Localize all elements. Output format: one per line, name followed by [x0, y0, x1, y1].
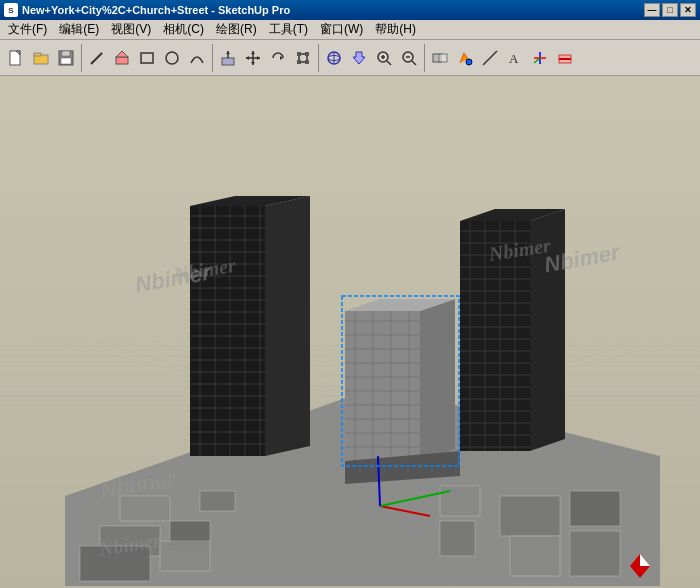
- maximize-button[interactable]: □: [662, 3, 678, 17]
- svg-marker-16: [226, 51, 230, 54]
- svg-rect-26: [305, 60, 309, 64]
- svg-rect-14: [222, 58, 234, 65]
- paint-tool[interactable]: [453, 46, 477, 70]
- scale-tool[interactable]: [291, 46, 315, 70]
- svg-line-35: [412, 61, 416, 65]
- axes-tool[interactable]: [528, 46, 552, 70]
- close-button[interactable]: ✕: [680, 3, 696, 17]
- separator-3: [318, 44, 319, 72]
- svg-line-41: [485, 61, 487, 63]
- viewport[interactable]: Nbimer Nbimer Nbimer: [0, 76, 700, 588]
- svg-rect-23: [297, 52, 301, 56]
- svg-point-39: [466, 59, 472, 65]
- zoom-extents-tool[interactable]: [397, 46, 421, 70]
- title-bar: S New+York+City%2C+Church+Street - Sketc…: [0, 0, 700, 20]
- menu-item-编辑[interactable]: 编辑(E): [53, 19, 105, 40]
- component-tool[interactable]: [428, 46, 452, 70]
- separator-4: [424, 44, 425, 72]
- menu-item-相机[interactable]: 相机(C): [157, 19, 210, 40]
- text-tool[interactable]: A: [503, 46, 527, 70]
- separator-2: [212, 44, 213, 72]
- svg-marker-17: [251, 51, 255, 54]
- svg-line-42: [489, 57, 491, 59]
- window-title: New+York+City%2C+Church+Street - SketchU…: [22, 4, 644, 16]
- svg-point-13: [166, 52, 178, 64]
- save-button[interactable]: [54, 46, 78, 70]
- svg-rect-5: [62, 51, 70, 56]
- svg-marker-20: [257, 56, 260, 60]
- new-button[interactable]: [4, 46, 28, 70]
- svg-rect-38: [439, 54, 447, 62]
- separator-1: [81, 44, 82, 72]
- svg-rect-6: [61, 58, 71, 64]
- open-button[interactable]: [29, 46, 53, 70]
- svg-rect-10: [116, 57, 128, 64]
- menu-item-帮助[interactable]: 帮助(H): [369, 19, 422, 40]
- menu-item-视图[interactable]: 视图(V): [105, 19, 157, 40]
- menu-item-窗口[interactable]: 窗口(W): [314, 19, 369, 40]
- pan-tool[interactable]: [347, 46, 371, 70]
- svg-rect-12: [141, 53, 153, 63]
- zoom-tool[interactable]: [372, 46, 396, 70]
- svg-marker-18: [251, 62, 255, 65]
- svg-marker-11: [116, 51, 128, 57]
- rectangle-tool[interactable]: [135, 46, 159, 70]
- svg-text:A: A: [509, 51, 519, 66]
- move-tool[interactable]: [241, 46, 265, 70]
- tape-measure-tool[interactable]: [478, 46, 502, 70]
- toolbar: A: [0, 40, 700, 76]
- svg-line-43: [493, 53, 495, 55]
- svg-rect-3: [34, 53, 41, 56]
- svg-marker-19: [246, 56, 249, 60]
- orbit-tool[interactable]: [322, 46, 346, 70]
- rotate-tool[interactable]: [266, 46, 290, 70]
- window-controls: — □ ✕: [644, 3, 696, 17]
- scene-canvas: [0, 76, 700, 588]
- menu-item-文件[interactable]: 文件(F): [2, 19, 53, 40]
- arc-tool[interactable]: [185, 46, 209, 70]
- push-pull-tool[interactable]: [216, 46, 240, 70]
- minimize-button[interactable]: —: [644, 3, 660, 17]
- svg-rect-25: [297, 60, 301, 64]
- pencil-tool[interactable]: [85, 46, 109, 70]
- eraser-tool[interactable]: [110, 46, 134, 70]
- app-icon: S: [4, 3, 18, 17]
- svg-line-31: [387, 61, 391, 65]
- menu-item-绘图[interactable]: 绘图(R): [210, 19, 263, 40]
- section-tool[interactable]: [553, 46, 577, 70]
- svg-rect-24: [305, 52, 309, 56]
- circle-tool[interactable]: [160, 46, 184, 70]
- menu-item-工具[interactable]: 工具(T): [263, 19, 314, 40]
- menu-bar: 文件(F)编辑(E)视图(V)相机(C)绘图(R)工具(T)窗口(W)帮助(H): [0, 20, 700, 40]
